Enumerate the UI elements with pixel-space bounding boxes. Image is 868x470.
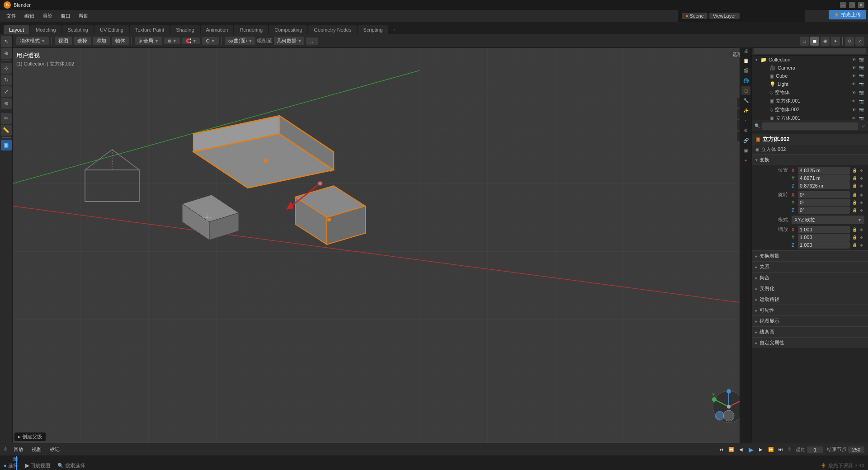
object-mode-dropdown[interactable]: 物体模式 ▼ xyxy=(16,37,49,45)
transform-section-header[interactable]: ▾ 变换 xyxy=(752,155,868,165)
motion-paths-section-header[interactable]: ▸ 运动路径 xyxy=(752,294,868,305)
scale-y-lock[interactable]: 🔒 xyxy=(851,234,858,241)
timeline-dots-btn[interactable]: ⏱ xyxy=(788,447,792,452)
pos-y-lock[interactable]: 🔒 xyxy=(851,174,858,182)
tab-uv-editing[interactable]: UV Editing xyxy=(94,25,129,34)
next-keyframe-btn[interactable]: ⏩ xyxy=(767,446,775,454)
tab-scripting[interactable]: Scripting xyxy=(358,25,388,34)
pos-x-animate[interactable]: ◆ xyxy=(858,167,864,174)
outliner-item-cube001b[interactable]: ▾ ▣ 立方体.001 👁 📷 xyxy=(752,114,868,120)
instancing-section-header[interactable]: ▸ 实例化 xyxy=(752,283,868,294)
light-vis-btn[interactable]: 👁 xyxy=(850,81,857,87)
tab-shading[interactable]: Shading xyxy=(170,25,199,34)
relations-section-header[interactable]: ▸ 关系 xyxy=(752,262,868,272)
toolbar-transform[interactable]: ⊕ xyxy=(1,98,12,109)
scale-y-animate[interactable]: ◆ xyxy=(858,234,864,240)
tab-geometry-nodes[interactable]: Geometry Nodes xyxy=(308,25,357,34)
scale-z-input[interactable]: 1.000 xyxy=(798,241,850,249)
toolbar-add-cube[interactable]: ▣ xyxy=(1,140,12,150)
cube-vis-btn[interactable]: 👁 xyxy=(850,73,857,79)
properties-expand-btn[interactable]: ⤢ xyxy=(862,124,865,128)
prop-icon-physics[interactable]: ⚙ xyxy=(741,126,750,135)
empty2-vis-btn[interactable]: 👁 xyxy=(850,107,857,113)
viewport-display-section-header[interactable]: ▸ 视图显示 xyxy=(752,316,868,326)
scale-x-input[interactable]: 1.000 xyxy=(798,226,850,233)
rot-z-animate[interactable]: ◆ xyxy=(858,207,864,213)
empty2-render-btn[interactable]: 📷 xyxy=(858,107,864,113)
menu-file[interactable]: 文件 xyxy=(3,12,20,20)
custom-props-section-header[interactable]: ▸ 自定义属性 xyxy=(752,338,868,348)
scene-dropdown[interactable]: ● Scene xyxy=(682,13,708,19)
scale-z-lock[interactable]: 🔒 xyxy=(851,241,858,249)
rot-y-animate[interactable]: ◆ xyxy=(858,199,864,206)
pos-z-animate[interactable]: ◆ xyxy=(858,183,864,189)
collection-vis-btn[interactable]: 👁 xyxy=(850,56,857,63)
snap-type-dropdown[interactable]: 几何数据 ▼ xyxy=(274,37,305,45)
prev-frame-btn[interactable]: ◀ xyxy=(737,446,745,454)
transform-options[interactable]: ⊕ ▼ xyxy=(164,38,180,44)
rot-x-lock[interactable]: 🔒 xyxy=(851,191,858,198)
tab-animation[interactable]: Animation xyxy=(201,25,234,34)
rot-y-lock[interactable]: 🔒 xyxy=(851,199,858,206)
viewport-shading-solid[interactable]: ◼ xyxy=(810,37,819,46)
rot-x-input[interactable]: 0° xyxy=(798,191,850,198)
prop-icon-constraints[interactable]: 🔗 xyxy=(741,136,750,145)
tab-compositing[interactable]: Compositing xyxy=(269,25,307,34)
outliner-search-input[interactable] xyxy=(754,47,866,54)
prop-icon-scene[interactable]: 🎬 xyxy=(741,66,750,75)
viewport-shading-material[interactable]: ◉ xyxy=(821,37,830,46)
timeline-icon[interactable]: ⏱ xyxy=(4,447,8,452)
playback-btn[interactable]: ▶ xyxy=(25,463,29,468)
pos-z-lock[interactable]: 🔒 xyxy=(851,182,858,189)
play-pause-btn[interactable]: ▶ xyxy=(747,446,755,454)
visibility-section-header[interactable]: ▸ 可见性 xyxy=(752,305,868,315)
rot-x-animate[interactable]: ◆ xyxy=(858,192,864,198)
menu-render[interactable]: 渲染 xyxy=(39,12,56,20)
snap-options[interactable]: 🧲 ▼ xyxy=(182,38,200,44)
cube001b-vis-btn[interactable]: 👁 xyxy=(850,115,857,121)
object-menu[interactable]: 物体 xyxy=(112,37,129,45)
tab-add[interactable]: + xyxy=(389,24,399,34)
viewport-overlays[interactable]: ⊙ xyxy=(845,37,854,46)
close-button[interactable]: ✕ xyxy=(858,2,864,8)
cube001-vis-btn[interactable]: 👁 xyxy=(850,98,857,104)
minimize-button[interactable]: — xyxy=(840,2,846,8)
prop-icon-data[interactable]: ▣ xyxy=(741,146,750,155)
scale-x-lock[interactable]: 🔒 xyxy=(851,226,858,233)
rot-y-input[interactable]: 0° xyxy=(798,199,850,206)
prop-icon-view-layer[interactable]: 📋 xyxy=(741,56,750,65)
prop-icon-object[interactable]: ◻ xyxy=(741,86,750,95)
outliner-item-light[interactable]: ▾ 💡 Light 👁 📷 xyxy=(752,80,868,88)
pos-y-animate[interactable]: ◆ xyxy=(858,175,864,181)
scale-y-input[interactable]: 1.000 xyxy=(798,234,850,241)
collection-render-btn[interactable]: 📷 xyxy=(858,56,864,63)
search-shortcut-btn[interactable]: 🔍 xyxy=(57,463,64,468)
end-frame-input[interactable]: 250 xyxy=(848,446,864,453)
prop-icon-modifiers[interactable]: 🔧 xyxy=(741,96,750,105)
pos-x-input[interactable]: 4.8325 m xyxy=(798,167,850,174)
jump-to-start-btn[interactable]: ⏮ xyxy=(717,446,725,454)
upload-button[interactable]: ☀ 拍光上传 xyxy=(829,10,866,19)
toolbar-scale[interactable]: ⤢ xyxy=(1,86,12,97)
cube-render-btn[interactable]: 📷 xyxy=(858,73,864,79)
outliner-item-cube[interactable]: ▾ ▣ Cube 👁 📷 xyxy=(752,72,868,80)
extras-btn[interactable]: … xyxy=(306,38,318,45)
toolbar-rotate[interactable]: ↻ xyxy=(1,75,12,85)
next-frame-btn[interactable]: ▶ xyxy=(757,446,765,454)
menu-help[interactable]: 帮助 xyxy=(75,12,92,20)
rot-z-input[interactable]: 0° xyxy=(798,207,850,214)
view-menu[interactable]: 视图 xyxy=(55,37,72,45)
properties-search-input[interactable] xyxy=(762,122,858,130)
prop-icon-particles[interactable]: · xyxy=(741,116,750,125)
select-menu[interactable]: 选择 xyxy=(74,37,91,45)
pos-y-input[interactable]: 4.8971 m xyxy=(798,174,850,182)
snap-surface-dropdown[interactable]: 表(曲)面› ▼ xyxy=(225,37,255,45)
tab-layout[interactable]: Layout xyxy=(4,25,29,34)
select-btn[interactable]: ● xyxy=(4,463,7,468)
scale-x-animate[interactable]: ◆ xyxy=(858,226,864,233)
rot-z-lock[interactable]: 🔒 xyxy=(851,207,858,214)
toolbar-measure[interactable]: 📏 xyxy=(1,125,12,136)
timeline-markers-menu[interactable]: 标记 xyxy=(47,445,62,454)
outliner-item-cube001[interactable]: ▾ ▣ 立方体.001 👁 📷 xyxy=(752,97,868,105)
viewport-shading-render[interactable]: ● xyxy=(831,37,840,46)
